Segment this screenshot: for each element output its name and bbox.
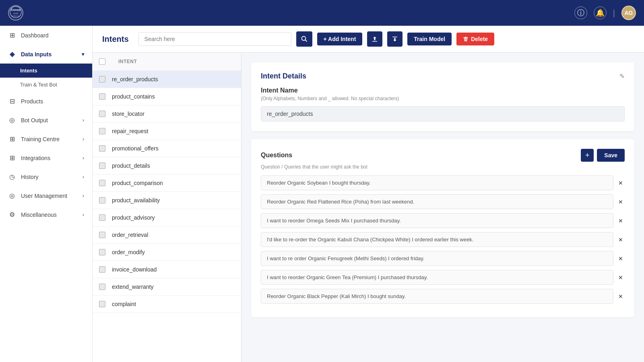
question-remove-q7[interactable]: ✕ bbox=[617, 292, 625, 301]
question-input-q2[interactable] bbox=[261, 194, 613, 209]
intent-label-re_order_products: re_order_products bbox=[112, 76, 158, 82]
question-row-q5: ✕ bbox=[261, 251, 625, 266]
svg-text:intelligence: intelligence bbox=[12, 15, 20, 17]
sidebar-item-training-centre[interactable]: ⊞ Training Centre › bbox=[0, 130, 92, 148]
intent-checkbox-extend_warranty[interactable] bbox=[99, 284, 105, 290]
questions-card: Questions + Save Question / Queries that… bbox=[251, 139, 634, 317]
info-icon[interactable]: ⓘ bbox=[574, 6, 587, 19]
intent-label-promotional_offers: promotional_offers bbox=[112, 145, 159, 152]
add-intent-button[interactable]: + Add Intent bbox=[317, 33, 363, 45]
question-remove-q2[interactable]: ✕ bbox=[617, 197, 625, 207]
delete-button[interactable]: Delete bbox=[456, 33, 494, 45]
intent-checkbox-product_comparison[interactable] bbox=[99, 180, 105, 186]
sidebar-item-data-inputs[interactable]: ◈ Data Inputs ▾ bbox=[0, 45, 92, 64]
question-input-q5[interactable] bbox=[261, 251, 613, 266]
chevron-right-icon: › bbox=[83, 117, 84, 123]
sidebar-sub-item-intents[interactable]: Intents bbox=[0, 64, 92, 78]
content-area: Intents + Add Intent bbox=[93, 26, 644, 362]
user-management-icon: ◎ bbox=[8, 192, 16, 200]
select-all-checkbox[interactable] bbox=[99, 58, 105, 65]
intent-checkbox-complaint[interactable] bbox=[99, 301, 105, 307]
intent-row-product_details[interactable]: product_details bbox=[93, 157, 241, 175]
search-icon bbox=[301, 36, 308, 42]
intent-row-store_locator[interactable]: store_locator bbox=[93, 105, 241, 123]
chevron-right-icon-3: › bbox=[83, 155, 84, 161]
intent-checkbox-product_details[interactable] bbox=[99, 162, 105, 169]
intent-detail-panel: Intent Details ✎ Intent Name (Only Alpha… bbox=[242, 53, 644, 362]
edit-icon[interactable]: ✎ bbox=[619, 72, 625, 80]
svg-rect-7 bbox=[392, 37, 397, 37]
svg-line-5 bbox=[305, 40, 307, 41]
intent-label-product_contains: product_contains bbox=[112, 93, 155, 100]
download-icon-button[interactable] bbox=[387, 31, 402, 47]
question-remove-q4[interactable]: ✕ bbox=[617, 235, 625, 245]
save-button[interactable]: Save bbox=[597, 149, 625, 162]
intent-row-extend_warranty[interactable]: extend_warranty bbox=[93, 278, 241, 296]
intent-checkbox-repair_request[interactable] bbox=[99, 128, 105, 134]
intent-checkbox-re_order_products[interactable] bbox=[99, 76, 105, 82]
intent-row-product_advisory[interactable]: product_advisory bbox=[93, 209, 241, 226]
svg-rect-6 bbox=[372, 41, 377, 42]
intent-label-order_modify: order_modify bbox=[112, 249, 145, 255]
question-input-q3[interactable] bbox=[261, 213, 613, 228]
question-remove-q6[interactable]: ✕ bbox=[617, 273, 625, 282]
svg-rect-8 bbox=[463, 37, 468, 38]
sidebar-item-label-dashboard: Dashboard bbox=[21, 32, 49, 39]
intent-row-promotional_offers[interactable]: promotional_offers bbox=[93, 140, 241, 157]
sidebar-item-miscellaneous[interactable]: ⚙ Miscellaneous › bbox=[0, 205, 92, 224]
intent-row-repair_request[interactable]: repair_request bbox=[93, 123, 241, 140]
intent-row-order_retrieval[interactable]: order_retrieval bbox=[93, 226, 241, 244]
intent-checkbox-product_contains[interactable] bbox=[99, 93, 105, 100]
sidebar-item-history[interactable]: ◷ History › bbox=[0, 167, 92, 186]
sidebar-item-bot-output[interactable]: ◎ Bot Output › bbox=[0, 111, 92, 130]
question-input-q1[interactable] bbox=[261, 175, 613, 190]
intent-row-re_order_products[interactable]: re_order_products bbox=[93, 71, 241, 88]
intent-label-product_advisory: product_advisory bbox=[112, 214, 155, 221]
intent-checkbox-store_locator[interactable] bbox=[99, 111, 105, 117]
questions-actions: + Save bbox=[581, 149, 625, 162]
avatar[interactable]: AG bbox=[621, 6, 636, 20]
search-button[interactable] bbox=[296, 31, 312, 47]
sidebar-item-products[interactable]: ⊟ Products bbox=[0, 92, 92, 111]
sidebar-item-user-management[interactable]: ◎ User Management › bbox=[0, 186, 92, 205]
svg-text:Cense: Cense bbox=[11, 8, 21, 12]
intent-row-invoice_download[interactable]: invoice_download bbox=[93, 261, 241, 278]
intent-checkbox-order_retrieval[interactable] bbox=[99, 232, 105, 238]
topnav-right: ⓘ 🔔 | AG bbox=[574, 6, 636, 20]
intent-checkbox-order_modify[interactable] bbox=[99, 249, 105, 255]
search-input[interactable] bbox=[138, 32, 291, 46]
intent-checkbox-product_availability[interactable] bbox=[99, 197, 105, 204]
sidebar-item-dashboard[interactable]: ⊞ Dashboard bbox=[0, 26, 92, 45]
intent-row-complaint[interactable]: complaint bbox=[93, 296, 241, 313]
intent-label-complaint: complaint bbox=[112, 301, 136, 307]
chevron-right-icon-5: › bbox=[83, 193, 84, 199]
questions-container: ✕ ✕ ✕ ✕ ✕ ✕ ✕ bbox=[261, 175, 625, 304]
intent-row-product_comparison[interactable]: product_comparison bbox=[93, 175, 241, 192]
bell-icon[interactable]: 🔔 bbox=[594, 6, 607, 19]
sidebar-item-integrations[interactable]: ⊞ Integrations › bbox=[0, 148, 92, 167]
add-question-button[interactable]: + bbox=[581, 149, 594, 162]
question-input-q6[interactable] bbox=[261, 270, 613, 285]
question-remove-q3[interactable]: ✕ bbox=[617, 216, 625, 226]
train-model-button[interactable]: Train Model bbox=[407, 33, 452, 45]
question-remove-q1[interactable]: ✕ bbox=[617, 178, 625, 188]
question-remove-q5[interactable]: ✕ bbox=[617, 254, 625, 263]
chevron-right-icon-2: › bbox=[83, 136, 84, 142]
intent-checkbox-invoice_download[interactable] bbox=[99, 266, 105, 273]
chevron-down-icon: ▾ bbox=[82, 51, 84, 57]
integrations-icon: ⊞ bbox=[8, 154, 16, 162]
intent-checkbox-product_advisory[interactable] bbox=[99, 214, 105, 221]
intent-row-product_contains[interactable]: product_contains bbox=[93, 88, 241, 105]
sidebar-sub-item-train-test-bot[interactable]: Train & Test Bot bbox=[0, 78, 92, 92]
sidebar-sub-label-train-test-bot: Train & Test Bot bbox=[20, 82, 57, 88]
intent-row-order_modify[interactable]: order_modify bbox=[93, 244, 241, 261]
intent-list-body: re_order_products product_contains store… bbox=[93, 71, 241, 362]
question-input-q7[interactable] bbox=[261, 289, 613, 304]
intent-checkbox-promotional_offers[interactable] bbox=[99, 145, 105, 152]
topnav: Cense evoid intelligence ⓘ 🔔 | AG bbox=[0, 0, 644, 26]
upload-icon-button[interactable] bbox=[367, 31, 382, 47]
intent-list: INTENT re_order_products product_contain… bbox=[93, 53, 242, 362]
question-input-q4[interactable] bbox=[261, 232, 613, 247]
intent-name-value: re_order_products bbox=[261, 106, 625, 121]
intent-row-product_availability[interactable]: product_availability bbox=[93, 192, 241, 209]
